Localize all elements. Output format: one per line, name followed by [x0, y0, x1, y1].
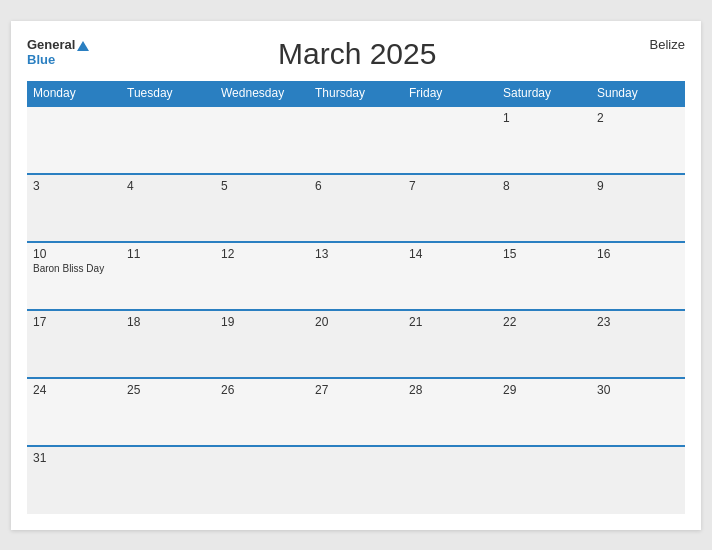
logo-blue-text: Blue — [27, 52, 89, 68]
day-number: 25 — [127, 383, 209, 397]
day-number: 15 — [503, 247, 585, 261]
day-number: 19 — [221, 315, 303, 329]
day-cell-5-3 — [309, 446, 403, 514]
day-cell-2-1: 11 — [121, 242, 215, 310]
day-number: 1 — [503, 111, 585, 125]
calendar-table: Monday Tuesday Wednesday Thursday Friday… — [27, 81, 685, 514]
day-cell-5-1 — [121, 446, 215, 514]
week-row-3: 10Baron Bliss Day111213141516 — [27, 242, 685, 310]
day-number: 20 — [315, 315, 397, 329]
day-cell-0-3 — [309, 106, 403, 174]
day-cell-1-6: 9 — [591, 174, 685, 242]
day-cell-5-6 — [591, 446, 685, 514]
day-cell-1-0: 3 — [27, 174, 121, 242]
day-cell-2-6: 16 — [591, 242, 685, 310]
day-number: 10 — [33, 247, 115, 261]
day-cell-5-2 — [215, 446, 309, 514]
day-cell-5-4 — [403, 446, 497, 514]
header-tuesday: Tuesday — [121, 81, 215, 106]
logo-general-text: General — [27, 37, 75, 52]
day-number: 13 — [315, 247, 397, 261]
day-cell-1-5: 8 — [497, 174, 591, 242]
logo: General Blue — [27, 37, 89, 68]
day-cell-2-3: 13 — [309, 242, 403, 310]
day-number: 11 — [127, 247, 209, 261]
day-number: 5 — [221, 179, 303, 193]
day-number: 8 — [503, 179, 585, 193]
day-cell-5-5 — [497, 446, 591, 514]
day-cell-5-0: 31 — [27, 446, 121, 514]
day-cell-4-5: 29 — [497, 378, 591, 446]
day-number: 16 — [597, 247, 679, 261]
day-cell-0-4 — [403, 106, 497, 174]
day-cell-2-2: 12 — [215, 242, 309, 310]
day-cell-1-3: 6 — [309, 174, 403, 242]
day-cell-0-2 — [215, 106, 309, 174]
calendar-container: General Blue March 2025 Belize Monday Tu… — [11, 21, 701, 530]
day-cell-3-3: 20 — [309, 310, 403, 378]
day-cell-4-1: 25 — [121, 378, 215, 446]
day-cell-3-0: 17 — [27, 310, 121, 378]
day-cell-3-6: 23 — [591, 310, 685, 378]
day-cell-0-6: 2 — [591, 106, 685, 174]
week-row-6: 31 — [27, 446, 685, 514]
day-cell-4-6: 30 — [591, 378, 685, 446]
day-number: 9 — [597, 179, 679, 193]
day-cell-1-2: 5 — [215, 174, 309, 242]
week-row-5: 24252627282930 — [27, 378, 685, 446]
logo-triangle-icon — [77, 41, 89, 51]
day-number: 21 — [409, 315, 491, 329]
country-name: Belize — [625, 37, 685, 52]
header-monday: Monday — [27, 81, 121, 106]
week-row-4: 17181920212223 — [27, 310, 685, 378]
header-thursday: Thursday — [309, 81, 403, 106]
day-number: 14 — [409, 247, 491, 261]
day-cell-2-5: 15 — [497, 242, 591, 310]
day-number: 22 — [503, 315, 585, 329]
day-number: 6 — [315, 179, 397, 193]
day-cell-4-2: 26 — [215, 378, 309, 446]
day-cell-4-0: 24 — [27, 378, 121, 446]
day-number: 31 — [33, 451, 115, 465]
weekday-header-row: Monday Tuesday Wednesday Thursday Friday… — [27, 81, 685, 106]
day-number: 3 — [33, 179, 115, 193]
day-number: 27 — [315, 383, 397, 397]
day-event: Baron Bliss Day — [33, 263, 115, 274]
day-number: 26 — [221, 383, 303, 397]
day-number: 7 — [409, 179, 491, 193]
day-number: 23 — [597, 315, 679, 329]
day-number: 29 — [503, 383, 585, 397]
day-number: 17 — [33, 315, 115, 329]
day-cell-4-4: 28 — [403, 378, 497, 446]
day-number: 24 — [33, 383, 115, 397]
day-cell-4-3: 27 — [309, 378, 403, 446]
calendar-title: March 2025 — [89, 37, 625, 71]
day-number: 30 — [597, 383, 679, 397]
day-cell-3-5: 22 — [497, 310, 591, 378]
header-sunday: Sunday — [591, 81, 685, 106]
day-cell-0-1 — [121, 106, 215, 174]
week-row-2: 3456789 — [27, 174, 685, 242]
day-cell-0-0 — [27, 106, 121, 174]
day-cell-3-1: 18 — [121, 310, 215, 378]
day-number: 18 — [127, 315, 209, 329]
day-cell-3-4: 21 — [403, 310, 497, 378]
week-row-1: 12 — [27, 106, 685, 174]
day-number: 28 — [409, 383, 491, 397]
day-cell-1-4: 7 — [403, 174, 497, 242]
day-number: 4 — [127, 179, 209, 193]
header-saturday: Saturday — [497, 81, 591, 106]
header-wednesday: Wednesday — [215, 81, 309, 106]
day-cell-2-4: 14 — [403, 242, 497, 310]
day-cell-0-5: 1 — [497, 106, 591, 174]
calendar-header: General Blue March 2025 Belize — [27, 37, 685, 71]
day-cell-1-1: 4 — [121, 174, 215, 242]
day-cell-2-0: 10Baron Bliss Day — [27, 242, 121, 310]
day-number: 12 — [221, 247, 303, 261]
day-number: 2 — [597, 111, 679, 125]
header-friday: Friday — [403, 81, 497, 106]
day-cell-3-2: 19 — [215, 310, 309, 378]
